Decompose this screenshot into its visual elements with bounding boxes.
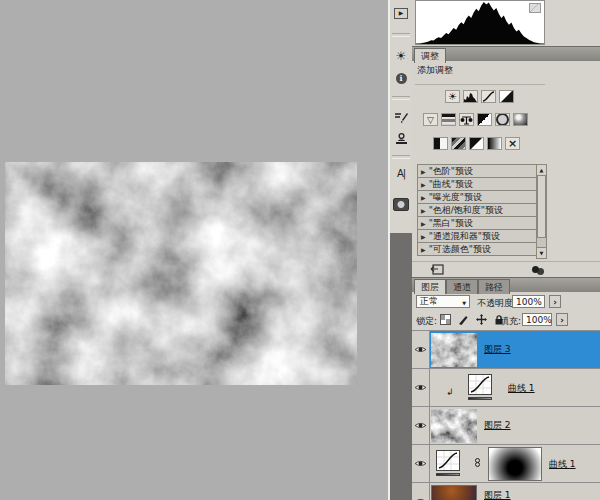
layer-thumbnail[interactable] xyxy=(431,409,477,443)
tab-adjustments[interactable]: 调整 xyxy=(414,48,446,63)
preset-exposure[interactable]: "曝光度"预设 xyxy=(417,190,541,204)
tab-layers[interactable]: 图层 xyxy=(414,279,446,294)
mask-link-icon[interactable] xyxy=(475,458,480,468)
visibility-eye-icon xyxy=(414,345,427,354)
clipping-mask-arrow-icon xyxy=(446,387,454,397)
character-panel-icon[interactable] xyxy=(392,164,410,182)
preset-label: "可选颜色"预设 xyxy=(429,243,491,256)
blend-mode-select[interactable]: 正常 xyxy=(416,295,470,308)
switch-panel-view-icon[interactable] xyxy=(430,264,444,277)
levels-icon[interactable] xyxy=(463,90,478,103)
gradient-map-icon[interactable] xyxy=(487,137,502,150)
channel-mixer-icon[interactable] xyxy=(513,113,528,126)
preset-hue-saturation[interactable]: "色相/饱和度"预设 xyxy=(417,203,541,217)
layer-mask-thumbnail[interactable] xyxy=(488,447,542,481)
expand-triangle-icon[interactable] xyxy=(421,244,426,254)
histogram-svg xyxy=(416,2,544,44)
expand-triangle-icon[interactable] xyxy=(421,218,426,228)
visibility-toggle[interactable] xyxy=(412,331,430,368)
scrollbar-thumb[interactable] xyxy=(537,175,546,238)
panel-dock xyxy=(388,0,412,500)
info-panel-icon[interactable] xyxy=(392,69,410,87)
tab-label: 路径 xyxy=(485,281,503,294)
expand-triangle-icon[interactable] xyxy=(421,205,426,215)
preset-black-white[interactable]: "黑白"预设 xyxy=(417,216,541,230)
expand-triangle-icon[interactable] xyxy=(421,179,426,189)
tab-channels[interactable]: 通道 xyxy=(446,279,478,294)
preset-levels[interactable]: "色阶"预设 xyxy=(417,164,541,178)
scales-glyph xyxy=(460,114,473,125)
exposure-icon[interactable] xyxy=(499,90,514,103)
expand-triangle-icon[interactable] xyxy=(421,166,426,176)
tab-label: 图层 xyxy=(421,281,439,294)
threshold-icon[interactable] xyxy=(469,137,484,150)
adjustments-panel-icon[interactable] xyxy=(392,47,410,65)
vibrance-icon[interactable] xyxy=(423,113,438,126)
visibility-toggle[interactable] xyxy=(412,407,430,444)
histogram-cache-warning-icon[interactable] xyxy=(529,3,541,13)
adjustment-icons-row2 xyxy=(423,113,528,126)
clip-to-layer-icon[interactable] xyxy=(532,266,539,273)
chevron-down-icon xyxy=(462,297,466,307)
preset-curves[interactable]: "曲线"预设 xyxy=(417,177,541,191)
curves-icon[interactable] xyxy=(481,90,496,103)
fill-label: 填充: xyxy=(500,315,521,328)
fill-spinner-button[interactable] xyxy=(556,313,568,326)
preset-channel-mixer[interactable]: "通道混和器"预设 xyxy=(417,229,541,243)
clone-source-panel-icon[interactable] xyxy=(392,129,410,147)
layer-row-curves1-clipped[interactable]: 曲线 1 xyxy=(412,369,600,407)
fill-field[interactable]: 100% xyxy=(522,313,552,326)
divider xyxy=(412,261,600,262)
brightness-contrast-icon[interactable] xyxy=(445,90,460,103)
layer-name[interactable]: 曲线 1 xyxy=(508,382,535,395)
expand-triangle-icon[interactable] xyxy=(421,192,426,202)
lock-image-pixels-icon[interactable] xyxy=(456,313,470,326)
blend-mode-value: 正常 xyxy=(420,295,438,308)
lock-transparent-pixels-icon[interactable] xyxy=(438,313,452,326)
color-balance-icon[interactable] xyxy=(459,113,474,126)
layer-row-layer2[interactable]: 图层 2 xyxy=(412,407,600,445)
adjustments-tabbar: 调整 xyxy=(412,46,600,61)
layer-name[interactable]: 图层 3 xyxy=(484,343,511,356)
layer-row-layer1[interactable]: 图层 1 xyxy=(412,483,600,500)
layer-row-curves1-masked[interactable]: 曲线 1 xyxy=(412,445,600,483)
layer-name[interactable]: 曲线 1 xyxy=(549,458,576,471)
opacity-label: 不透明度: xyxy=(477,297,516,310)
layer-name[interactable]: 图层 2 xyxy=(484,419,511,432)
selective-color-icon[interactable] xyxy=(505,137,520,150)
masks-panel-icon[interactable] xyxy=(392,195,410,213)
dock-divider xyxy=(392,33,410,37)
expand-triangle-icon[interactable] xyxy=(421,231,426,241)
preset-label: "曲线"预设 xyxy=(429,178,473,191)
curves-adjustment-thumbnail[interactable] xyxy=(468,374,492,395)
scroll-down-button[interactable] xyxy=(537,247,546,258)
photo-filter-icon[interactable] xyxy=(495,113,510,126)
opacity-spinner-button[interactable] xyxy=(549,295,561,308)
add-adjustment-label: 添加调整 xyxy=(417,64,453,77)
document-canvas-image[interactable] xyxy=(5,162,357,385)
black-white-icon[interactable] xyxy=(477,113,492,126)
invert-icon[interactable] xyxy=(433,137,448,150)
curves-adjustment-thumbnail[interactable] xyxy=(436,450,460,471)
opacity-field[interactable]: 100% xyxy=(512,295,545,308)
preset-selective-color[interactable]: "可选颜色"预设 xyxy=(417,242,541,256)
tab-paths[interactable]: 路径 xyxy=(478,279,510,294)
brush-panel-icon[interactable] xyxy=(392,108,410,126)
actions-panel-icon[interactable] xyxy=(392,4,410,22)
visibility-eye-icon xyxy=(414,383,427,392)
layer-thumbnail[interactable] xyxy=(431,333,477,367)
visibility-toggle[interactable] xyxy=(412,445,430,482)
posterize-icon[interactable] xyxy=(451,137,466,150)
layer-list: 图层 3 曲线 1 图层 2 xyxy=(412,330,600,500)
layer-thumbnail[interactable] xyxy=(431,485,477,500)
layer-row-layer3[interactable]: 图层 3 xyxy=(412,331,600,369)
visibility-toggle[interactable] xyxy=(412,483,430,500)
panel-arrow-glyph xyxy=(430,264,444,275)
layer-name[interactable]: 图层 1 xyxy=(484,489,511,500)
lock-position-icon[interactable] xyxy=(474,313,488,326)
canvas-workspace xyxy=(0,0,388,500)
preset-scrollbar[interactable] xyxy=(536,164,547,259)
visibility-toggle[interactable] xyxy=(412,369,430,406)
hue-saturation-icon[interactable] xyxy=(441,113,456,126)
tab-label: 通道 xyxy=(453,281,471,294)
